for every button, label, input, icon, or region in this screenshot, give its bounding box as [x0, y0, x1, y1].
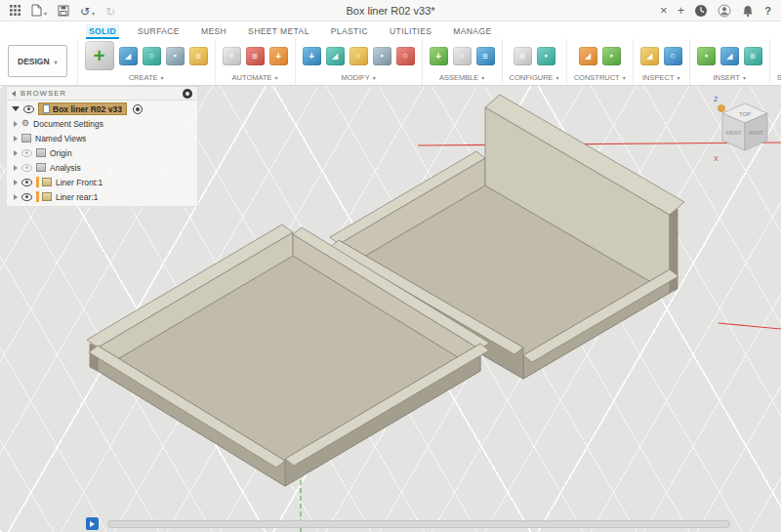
- browser-root-row[interactable]: Box liner R02 v33: [7, 102, 197, 116]
- active-component-chip[interactable]: Box liner R02 v33: [38, 102, 127, 115]
- insert-canvas-icon[interactable]: [744, 47, 762, 65]
- clock-glyph: [694, 4, 708, 18]
- expand-caret-icon[interactable]: [14, 136, 18, 142]
- notifications-bell-icon[interactable]: [741, 3, 755, 19]
- tab-utilities[interactable]: UTILITIES: [387, 24, 434, 39]
- automate-menu[interactable]: AUTOMATE: [232, 71, 278, 82]
- browser-row-named-views[interactable]: Named Views: [7, 131, 197, 145]
- tab-solid[interactable]: SOLID: [86, 24, 119, 39]
- viewcube-home-dot[interactable]: [719, 105, 725, 112]
- ribbon-tabs: SOLID SURFACE MESH SHEET METAL PLASTIC U…: [0, 21, 781, 39]
- view-cube[interactable]: Z TOP FRONT RIGHT X: [708, 90, 776, 168]
- create-sketch-icon[interactable]: [85, 41, 114, 70]
- section-analysis-icon[interactable]: [664, 47, 682, 65]
- chevron-down-icon: [743, 73, 746, 82]
- expand-caret-icon[interactable]: [14, 165, 18, 171]
- assemble-menu[interactable]: ASSEMBLE: [439, 71, 484, 82]
- visibility-eye-icon[interactable]: [21, 164, 32, 172]
- tab-surface[interactable]: SURFACE: [135, 24, 183, 39]
- browser-row-document-settings[interactable]: Document Settings: [7, 116, 197, 131]
- tab-sheet-metal[interactable]: SHEET METAL: [245, 24, 312, 39]
- timeline-marker-icon[interactable]: [86, 517, 99, 530]
- select-menu[interactable]: SELECT: [777, 71, 781, 82]
- group-label: ASSEMBLE: [439, 73, 478, 82]
- visibility-eye-icon[interactable]: [21, 149, 32, 157]
- save-icon[interactable]: [58, 3, 69, 19]
- chevron-down-icon: [556, 73, 559, 82]
- rigid-group-icon[interactable]: [476, 47, 495, 65]
- row-label: Named Views: [35, 134, 86, 143]
- expand-caret-icon[interactable]: [14, 150, 18, 156]
- browser-options-icon[interactable]: [183, 89, 192, 99]
- extrude-icon[interactable]: [119, 47, 138, 65]
- axis-x-label: X: [714, 155, 719, 162]
- visibility-eye-icon[interactable]: [21, 193, 32, 201]
- pattern-icon[interactable]: [189, 47, 208, 65]
- automate-bot-icon[interactable]: [223, 47, 241, 65]
- inspect-menu[interactable]: INSPECT: [642, 71, 680, 82]
- selection-highlight-bar: [36, 177, 39, 187]
- expand-caret-icon[interactable]: [14, 121, 18, 127]
- gear-icon: [21, 119, 29, 128]
- tab-manage[interactable]: MANAGE: [450, 24, 494, 39]
- help-icon[interactable]: [764, 3, 771, 19]
- modify-menu[interactable]: MODIFY: [342, 71, 376, 82]
- app-grid-icon[interactable]: [10, 3, 21, 19]
- press-pull-icon[interactable]: [303, 47, 321, 65]
- insert-configuration-icon[interactable]: [537, 47, 555, 65]
- row-label: Liner Front:1: [56, 178, 103, 187]
- joint-icon[interactable]: [453, 47, 472, 65]
- addins-icon[interactable]: [269, 47, 288, 65]
- construction-plane-icon[interactable]: [579, 47, 597, 65]
- job-status-icon[interactable]: [694, 3, 708, 19]
- configure-menu[interactable]: CONFIGURE: [510, 71, 559, 82]
- visibility-eye-icon[interactable]: [23, 105, 34, 113]
- browser-header[interactable]: BROWSER: [6, 86, 198, 101]
- collapse-panel-icon[interactable]: [12, 91, 16, 97]
- tab-mesh[interactable]: MESH: [198, 24, 229, 39]
- decal-icon[interactable]: [720, 47, 739, 65]
- chevron-down-icon: [161, 73, 164, 82]
- construction-axis-icon[interactable]: [602, 47, 621, 65]
- timeline-scrollbar[interactable]: [107, 520, 730, 528]
- measure-icon[interactable]: [640, 47, 659, 65]
- close-tab-icon[interactable]: [660, 3, 668, 19]
- file-menu-icon[interactable]: [31, 3, 47, 19]
- browser-row-liner-front[interactable]: Liner Front:1: [7, 175, 197, 189]
- browser-row-liner-rear[interactable]: Liner rear:1: [7, 189, 197, 204]
- shell-icon[interactable]: [349, 47, 368, 65]
- visibility-eye-icon[interactable]: [21, 179, 32, 186]
- expand-caret-icon[interactable]: [14, 194, 18, 200]
- timeline-bar: [86, 517, 730, 530]
- browser-row-analysis[interactable]: Analysis: [7, 160, 197, 175]
- redo-button[interactable]: [105, 3, 115, 19]
- physical-material-icon[interactable]: [396, 47, 415, 65]
- new-component-icon[interactable]: [430, 47, 448, 65]
- construct-menu[interactable]: CONSTRUCT: [574, 71, 626, 82]
- undo-button[interactable]: [80, 3, 95, 19]
- new-tab-icon[interactable]: [678, 3, 685, 19]
- browser-row-origin[interactable]: Origin: [7, 145, 197, 160]
- activate-radio-icon[interactable]: [133, 104, 143, 114]
- revolve-icon[interactable]: [143, 47, 161, 65]
- group-label: MODIFY: [342, 73, 370, 82]
- axis-z-label: Z: [714, 96, 719, 102]
- ribbon: SOLID SURFACE MESH SHEET METAL PLASTIC U…: [0, 21, 781, 86]
- row-label: Liner rear:1: [56, 192, 98, 202]
- create-menu[interactable]: CREATE: [129, 71, 164, 82]
- component-icon: [42, 178, 52, 186]
- fillet-icon[interactable]: [326, 47, 345, 65]
- combine-icon[interactable]: [373, 47, 391, 65]
- insert-menu[interactable]: INSERT: [714, 71, 746, 82]
- tab-plastic[interactable]: PLASTIC: [328, 24, 371, 39]
- profile-icon[interactable]: [718, 3, 731, 19]
- configuration-table-icon[interactable]: [514, 47, 532, 65]
- document-title[interactable]: Box liner R02 v33*: [346, 5, 434, 17]
- hole-icon[interactable]: [166, 47, 185, 65]
- workspace-selector[interactable]: DESIGN: [8, 45, 67, 77]
- insert-mesh-icon[interactable]: [697, 47, 716, 65]
- collapse-caret-icon[interactable]: [12, 106, 20, 111]
- chevron-down-icon: [92, 2, 95, 20]
- expand-caret-icon[interactable]: [14, 180, 18, 185]
- scripts-icon[interactable]: [246, 47, 265, 65]
